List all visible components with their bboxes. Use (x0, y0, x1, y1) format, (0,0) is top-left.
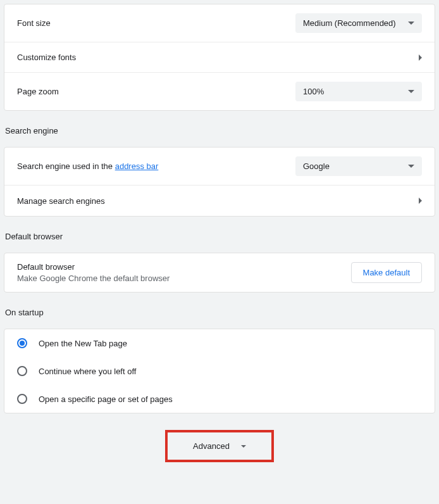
default-browser-text: Default browser Make Google Chrome the d… (17, 262, 170, 283)
default-browser-row: Default browser Make Google Chrome the d… (4, 253, 435, 292)
manage-search-engines-row[interactable]: Manage search engines (4, 186, 435, 216)
startup-option-label: Open the New Tab page (39, 339, 127, 348)
search-engine-used-row: Search engine used in the address bar Go… (4, 148, 435, 186)
chevron-down-icon (408, 22, 414, 25)
on-startup-title: On startup (0, 296, 439, 325)
chevron-right-icon (419, 54, 422, 61)
search-engine-used-prefix: Search engine used in the (17, 161, 115, 171)
font-size-row: Font size Medium (Recommended) (4, 4, 435, 42)
startup-option-continue[interactable]: Continue where you left off (4, 357, 435, 385)
font-size-label: Font size (17, 18, 51, 28)
customize-fonts-row[interactable]: Customize fonts (4, 42, 435, 73)
chevron-right-icon (419, 198, 422, 204)
page-zoom-label: Page zoom (17, 87, 59, 96)
startup-option-label: Open a specific page or set of pages (39, 394, 173, 404)
radio-icon (17, 366, 27, 376)
startup-option-new-tab[interactable]: Open the New Tab page (4, 329, 435, 357)
on-startup-card: Open the New Tab page Continue where you… (4, 329, 435, 413)
default-browser-heading: Default browser (17, 262, 170, 272)
default-browser-title: Default browser (0, 220, 439, 249)
startup-option-label: Continue where you left off (39, 367, 136, 376)
default-browser-card: Default browser Make Google Chrome the d… (4, 253, 435, 293)
chevron-down-icon (241, 445, 246, 448)
make-default-button[interactable]: Make default (351, 262, 422, 283)
page-zoom-select[interactable]: 100% (295, 82, 422, 101)
radio-icon (17, 394, 27, 404)
chevron-down-icon (408, 165, 414, 168)
search-engine-select[interactable]: Google (295, 156, 422, 176)
font-size-value: Medium (Recommended) (303, 18, 396, 28)
default-browser-sub: Make Google Chrome the default browser (17, 274, 170, 283)
advanced-button[interactable]: Advanced (165, 430, 274, 462)
radio-icon (17, 338, 27, 348)
font-size-select[interactable]: Medium (Recommended) (295, 13, 422, 33)
advanced-label: Advanced (193, 441, 230, 451)
manage-search-engines-label: Manage search engines (17, 196, 105, 206)
search-engine-card: Search engine used in the address bar Go… (4, 147, 435, 217)
customize-fonts-label: Customize fonts (17, 53, 76, 62)
search-engine-title: Search engine (0, 115, 439, 143)
address-bar-link[interactable]: address bar (115, 161, 159, 171)
page-zoom-row: Page zoom 100% (4, 73, 435, 110)
search-engine-value: Google (303, 161, 330, 171)
search-engine-used-label: Search engine used in the address bar (17, 161, 158, 171)
chevron-down-icon (408, 90, 414, 93)
advanced-wrap: Advanced (0, 417, 439, 488)
page-zoom-value: 100% (303, 87, 324, 96)
appearance-card: Font size Medium (Recommended) Customize… (4, 4, 435, 111)
startup-option-specific-page[interactable]: Open a specific page or set of pages (4, 385, 435, 413)
